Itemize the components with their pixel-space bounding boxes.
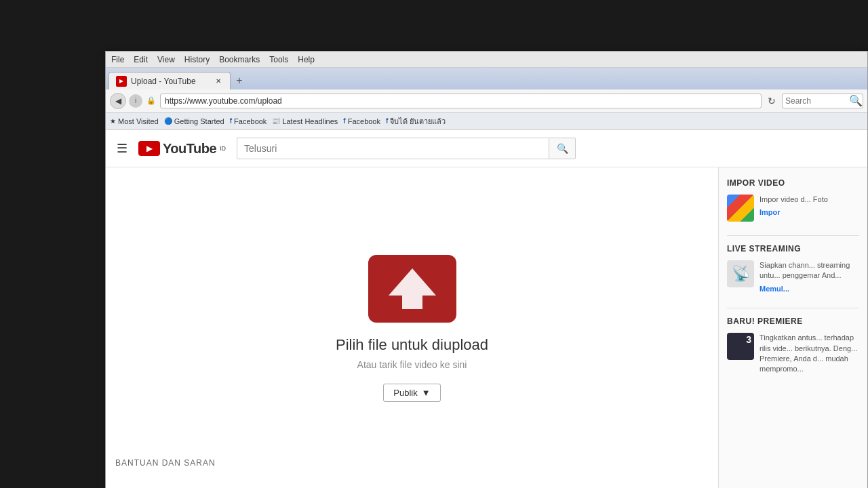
youtube-menu-icon[interactable]: ☰ <box>117 141 127 156</box>
active-tab[interactable]: Upload - YouTube ✕ <box>108 72 231 89</box>
lock-icon: 🔒 <box>146 96 156 105</box>
sidebar-premiere-section: BARU! PREMIERE 3 Tingkatkan antus... ter… <box>727 317 859 375</box>
sidebar-premiere-title: BARU! PREMIERE <box>727 317 859 326</box>
sidebar-impor-link[interactable]: Impor <box>760 207 859 218</box>
bookmark-most-visited-label: Most Visited <box>118 117 159 125</box>
bantuan-text: BANTUAN DAN SARAN <box>115 458 216 468</box>
menu-bookmarks[interactable]: Bookmarks <box>219 55 260 64</box>
menu-bar: File Edit View History Bookmarks Tools H… <box>106 52 867 68</box>
tab-title: Upload - YouTube <box>131 77 196 86</box>
publik-label: Publik <box>393 388 417 398</box>
sidebar-divider-1 <box>727 235 859 236</box>
sidebar-streaming-item: 📡 Siapkan chann... streaming untu... pen… <box>727 260 859 294</box>
youtube-main: Pilih file untuk diupload Atau tarik fil… <box>106 167 867 488</box>
new-tab-button[interactable]: + <box>231 72 248 89</box>
sidebar-premiere-item: 3 Tingkatkan antus... terhadap rilis vid… <box>727 333 859 375</box>
search-icon: 🔍 <box>849 94 863 107</box>
bookmark-getting-started[interactable]: 🔵 Getting Started <box>164 117 224 125</box>
bookmarks-bar: ★ Most Visited 🔵 Getting Started f Faceb… <box>106 113 867 130</box>
bookmark-circle-icon: 🔵 <box>164 117 172 125</box>
address-bar: ◀ i 🔒 ↻ 🔍 <box>106 89 867 113</box>
menu-history[interactable]: History <box>184 55 210 64</box>
bookmark-facebook-2[interactable]: f Facebook <box>343 117 380 125</box>
youtube-logo-text: YouTube <box>163 141 216 157</box>
sidebar-streaming-section: LIVE STREAMING 📡 Siapkan chann... stream… <box>727 244 859 294</box>
tab-favicon-icon <box>116 76 127 87</box>
info-button[interactable]: i <box>129 94 142 108</box>
youtube-country-label: ID <box>220 145 226 152</box>
youtube-search-input[interactable] <box>237 138 549 159</box>
upload-arrow-icon <box>385 265 439 312</box>
live-streaming-icon: 📡 <box>727 260 754 287</box>
upload-sub-text: Atau tarik file video ke sini <box>357 359 467 370</box>
sidebar-divider-2 <box>727 308 859 308</box>
sidebar-impor-title: IMPOR VIDEO <box>727 178 859 188</box>
bookmark-news-icon: 📰 <box>272 117 280 125</box>
menu-file[interactable]: File <box>111 55 124 64</box>
upload-icon-button[interactable] <box>368 255 456 323</box>
google-photos-icon <box>727 195 754 222</box>
bookmark-facebook-2-label: Facebook <box>348 117 380 125</box>
bookmark-facebook-icon-3: f <box>386 117 388 125</box>
youtube-logo-icon <box>138 141 160 156</box>
back-button[interactable]: ◀ <box>110 93 126 109</box>
bookmark-facebook-1[interactable]: f Facebook <box>230 117 267 125</box>
menu-edit[interactable]: Edit <box>134 55 148 64</box>
upload-main-text: Pilih file untuk diupload <box>336 336 488 354</box>
tab-bar: Upload - YouTube ✕ + <box>106 68 867 89</box>
bookmark-thai-text[interactable]: f จีบได้ ยันตายแล้ว <box>386 115 446 127</box>
svg-marker-0 <box>389 268 436 309</box>
search-input[interactable] <box>785 96 846 106</box>
youtube-page: ☰ YouTubeID 🔍 Pilih file untuk diupload <box>106 130 867 488</box>
bookmark-star-icon: ★ <box>110 117 116 125</box>
sidebar-impor-text: Impor video d... Foto Impor <box>760 195 859 218</box>
bookmark-facebook-1-label: Facebook <box>234 117 267 125</box>
bookmark-facebook-icon-2: f <box>343 117 345 125</box>
bookmark-latest-headlines[interactable]: 📰 Latest Headlines <box>272 117 338 125</box>
tab-close-button[interactable]: ✕ <box>214 77 223 86</box>
bookmark-thai-label: จีบได้ ยันตายแล้ว <box>390 115 446 127</box>
bookmark-facebook-icon-1: f <box>230 117 232 125</box>
bookmark-latest-headlines-label: Latest Headlines <box>282 117 338 125</box>
bookmark-getting-started-label: Getting Started <box>174 117 224 125</box>
youtube-upload-area[interactable]: Pilih file untuk diupload Atau tarik fil… <box>106 167 718 488</box>
sidebar-streaming-title: LIVE STREAMING <box>727 244 859 253</box>
publik-dropdown-button[interactable]: Publik ▼ <box>383 384 440 402</box>
premiere-number-badge: 3 <box>746 334 751 345</box>
youtube-sidebar: IMPOR VIDEO Impor video d... Foto Impor … <box>718 167 867 488</box>
sidebar-streaming-text: Siapkan chann... streaming untu... pengg… <box>760 260 859 294</box>
publik-arrow-icon: ▼ <box>422 388 431 398</box>
sidebar-impor-section: IMPOR VIDEO Impor video d... Foto Impor <box>727 178 859 222</box>
youtube-header: ☰ YouTubeID 🔍 <box>106 130 867 167</box>
youtube-logo[interactable]: YouTubeID <box>138 141 226 157</box>
bookmark-most-visited[interactable]: ★ Most Visited <box>110 117 159 125</box>
url-input[interactable] <box>160 94 762 108</box>
sidebar-streaming-link[interactable]: Memul... <box>760 284 859 294</box>
browser-window: File Edit View History Bookmarks Tools H… <box>105 51 868 488</box>
premiere-thumbnail: 3 <box>727 333 754 360</box>
sidebar-impor-item: Impor video d... Foto Impor <box>727 195 859 222</box>
sidebar-premiere-text: Tingkatkan antus... terhadap rilis vide.… <box>760 333 859 375</box>
menu-view[interactable]: View <box>157 55 175 64</box>
youtube-search-button[interactable]: 🔍 <box>549 138 576 159</box>
menu-tools[interactable]: Tools <box>269 55 288 64</box>
search-wrapper: 🔍 <box>782 94 863 108</box>
youtube-search-bar: 🔍 <box>237 138 576 159</box>
refresh-button[interactable]: ↻ <box>764 94 779 108</box>
menu-help[interactable]: Help <box>298 55 315 64</box>
